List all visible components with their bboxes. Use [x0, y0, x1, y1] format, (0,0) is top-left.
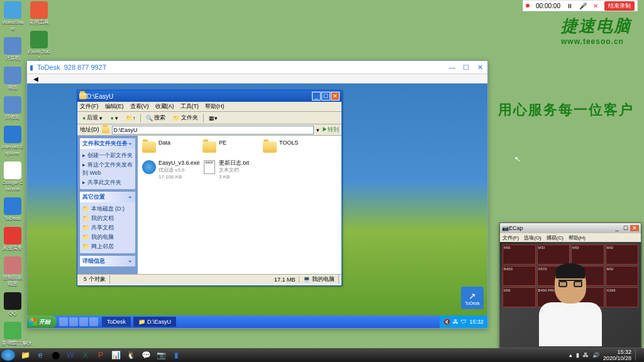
explorer-maximize-button[interactable]: ☐ — [321, 92, 330, 101]
menu-item[interactable]: 文件(F) — [502, 234, 519, 241]
task-link[interactable]: ▸ 共享此文件夹 — [82, 178, 133, 187]
desktop-icon[interactable]: 从业实务 — [1, 227, 24, 251]
explorer-titlebar[interactable]: D:\EasyU _ ☐ ✕ — [77, 90, 341, 102]
remote-desktop[interactable]: D:\EasyU _ ☐ ✕ 文件(F)编辑(E)查看(V)收藏(A)工具(T)… — [27, 84, 487, 328]
back-button[interactable]: ●后退 ▾ — [80, 113, 105, 123]
record-time: 00:00:00 — [536, 3, 560, 9]
show-desktop-button[interactable] — [635, 349, 639, 361]
xp-start-button[interactable]: 开始 — [27, 315, 57, 328]
file-item[interactable]: PE — [202, 140, 257, 155]
menu-item[interactable]: 工具(T) — [180, 102, 199, 111]
desktop-icon[interactable]: Google Chrome — [1, 162, 24, 192]
webcam-maximize-button[interactable]: ☐ — [621, 225, 630, 231]
place-link[interactable]: 📁 我的文档 — [82, 214, 133, 223]
ql-icon[interactable] — [79, 317, 88, 326]
menu-item[interactable]: 帮助(H) — [205, 102, 225, 111]
maximize-button[interactable]: ☐ — [461, 63, 471, 72]
tray-up-icon[interactable]: ▴ — [569, 352, 572, 358]
desktop-icon[interactable]: 控制面板截图 — [1, 256, 24, 287]
file-item[interactable]: EasyU_v3.6.exe优启通 v3.617,106 KB — [142, 160, 197, 180]
desktop-icon[interactable]: QQ — [1, 292, 24, 317]
details-panel-header[interactable]: 详细信息⌄ — [80, 256, 135, 266]
tb-ppt-icon[interactable]: P — [93, 349, 108, 361]
desktop-icon[interactable]: Excel 2007 — [28, 31, 50, 62]
menu-item[interactable]: 帮助(H) — [569, 234, 586, 241]
tb-word-icon[interactable]: W — [63, 349, 78, 361]
desktop-icon[interactable]: Internet Explorer — [1, 126, 24, 156]
stop-record-button[interactable]: 结束录制 — [604, 1, 635, 11]
tray-net-icon[interactable]: 🖧 — [583, 352, 589, 358]
host-start-button[interactable] — [1, 349, 15, 361]
tb-wechat-icon[interactable]: 💬 — [138, 349, 153, 361]
place-link[interactable]: 📁 我的电脑 — [82, 233, 133, 242]
webcam-minimize-button[interactable]: _ — [613, 225, 621, 231]
xp-systray[interactable]: 🔇 🖧 🛡 15:32 — [440, 315, 487, 328]
todesk-dock-button[interactable]: ↗ ToDesk — [461, 287, 484, 309]
tray-icon[interactable]: 🖧 — [453, 319, 458, 325]
ql-icon[interactable] — [59, 317, 68, 326]
tasks-panel-header[interactable]: 文件和文件夹任务⌄ — [80, 138, 135, 149]
file-item[interactable]: TOOLS — [262, 140, 318, 155]
ql-icon[interactable] — [69, 317, 78, 326]
tray-vol-icon[interactable]: 🔊 — [592, 352, 599, 358]
close-button[interactable]: ✕ — [475, 63, 485, 72]
menu-item[interactable]: 选项(O) — [524, 234, 541, 241]
webcam-titlebar[interactable]: 📷 ECap _ ☐ ✕ — [500, 223, 641, 233]
close-icon[interactable]: ✕ — [593, 3, 598, 9]
taskbar-item-todesk[interactable]: ToDesk — [102, 317, 131, 327]
tb-excel-icon[interactable]: X — [78, 349, 93, 361]
place-link[interactable]: 📁 本地磁盘 (D:) — [82, 204, 133, 214]
tb-chrome-icon[interactable]: ⬤ — [48, 349, 63, 361]
menu-item[interactable]: 编辑(E) — [105, 102, 124, 111]
todesk-titlebar[interactable]: ▮ ToDesk 928 877 992T — ☐ ✕ — [27, 61, 487, 74]
taskbar-item-explorer[interactable]: 📁 D:\EasyU — [133, 317, 176, 327]
desktop-icon[interactable]: VideoShare — [1, 1, 24, 32]
tb-qq-icon[interactable]: 🐧 — [123, 349, 138, 361]
forward-button[interactable]: ● ▾ — [108, 114, 120, 122]
tb-todesk-icon[interactable]: ▮ — [169, 349, 184, 361]
folders-button[interactable]: 📁文件夹 — [170, 113, 201, 123]
desktop-icon[interactable]: ToDesk — [1, 197, 24, 222]
tb-explorer-icon[interactable]: 📁 — [18, 349, 33, 361]
desktop-icon[interactable]: 常用工具 — [28, 1, 50, 26]
address-input[interactable] — [112, 126, 314, 134]
minimize-button[interactable]: — — [447, 63, 457, 71]
bottom-desktop-label: 第一章 了解大 — [1, 340, 33, 347]
tb-ecap-icon[interactable]: 📷 — [153, 349, 169, 361]
file-item[interactable]: ≡≡≡更新日志.txt文本文档3 KB — [202, 160, 257, 180]
collapse-icon: ⌄ — [128, 140, 133, 148]
task-link[interactable]: ▸ 创建一个新文件夹 — [82, 151, 133, 160]
tray-icon[interactable]: 🔇 — [443, 319, 450, 325]
menu-item[interactable]: 查看(V) — [130, 102, 149, 111]
tb-app-icon[interactable]: 📊 — [108, 349, 123, 361]
tray-todesk-icon[interactable]: ▮ — [576, 352, 579, 358]
pause-icon[interactable]: ⏸ — [567, 3, 573, 9]
menu-item[interactable]: 文件(F) — [80, 102, 99, 111]
todesk-window: ▮ ToDesk 928 877 992T — ☐ ✕ ◀ D:\EasyU _… — [26, 60, 488, 329]
places-panel-header[interactable]: 其它位置⌄ — [80, 192, 135, 202]
mic-icon[interactable]: 🎤 — [579, 3, 587, 9]
place-link[interactable]: 📁 网上邻居 — [82, 242, 133, 251]
search-button[interactable]: 🔍搜索 — [143, 113, 168, 123]
explorer-close-button[interactable]: ✕ — [331, 92, 340, 101]
go-button[interactable]: ▶转到 — [322, 126, 339, 134]
address-dropdown[interactable]: ▾ — [316, 127, 319, 133]
menu-item[interactable]: 收藏(A) — [155, 102, 174, 111]
menu-item[interactable]: 捕获(C) — [547, 234, 564, 241]
explorer-content[interactable]: DataPETOOLSEasyU_v3.6.exe优启通 v3.617,106 … — [138, 136, 341, 274]
nav-back-icon[interactable]: ◀ — [31, 75, 41, 82]
host-systray[interactable]: ▴ ▮ 🖧 🔊 15:32 2020/10/28 — [565, 349, 643, 361]
webcam-close-button[interactable]: ✕ — [630, 225, 639, 231]
tray-icon[interactable]: 🛡 — [461, 319, 467, 325]
place-link[interactable]: 📁 共享文档 — [82, 223, 133, 233]
tb-ie-icon[interactable]: e — [33, 349, 48, 361]
desktop-icon[interactable]: 网络 — [1, 67, 24, 91]
up-button[interactable]: 📁↑ — [123, 114, 138, 122]
task-link[interactable]: ▸ 将这个文件夹发布到 Web — [82, 160, 133, 178]
ql-icon[interactable] — [89, 317, 98, 326]
file-item[interactable]: Data — [142, 140, 197, 155]
explorer-minimize-button[interactable]: _ — [312, 92, 321, 101]
desktop-icon[interactable]: 计算机 — [1, 37, 24, 62]
views-button[interactable]: ▦▾ — [206, 114, 220, 122]
desktop-icon[interactable]: 回收站 — [1, 96, 24, 121]
